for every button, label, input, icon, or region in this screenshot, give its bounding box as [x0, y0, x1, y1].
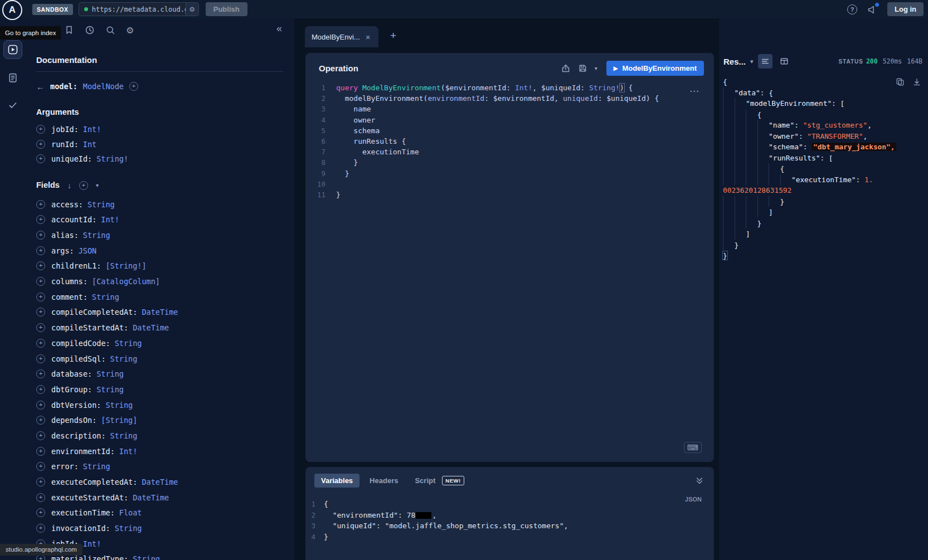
add-to-operation-icon[interactable]: +: [36, 261, 45, 270]
graph-url-value[interactable]: https://metadata.cloud.get: [92, 6, 186, 13]
add-to-operation-icon[interactable]: +: [36, 431, 45, 440]
field-type[interactable]: String: [88, 200, 115, 209]
field-row[interactable]: +dbtVersion:String: [36, 397, 283, 413]
sort-icon[interactable]: ↓: [67, 181, 71, 190]
chevron-down-icon[interactable]: ▾: [96, 182, 99, 188]
field-type[interactable]: DateTime: [142, 478, 178, 486]
field-type[interactable]: String: [96, 385, 124, 394]
add-to-operation-icon[interactable]: +: [36, 416, 45, 425]
field-type[interactable]: JSON: [79, 246, 97, 255]
editor-menu-icon[interactable]: ⋯: [689, 85, 699, 97]
add-to-operation-icon[interactable]: +: [36, 385, 45, 394]
field-type[interactable]: DateTime: [142, 308, 178, 316]
new-tab-button[interactable]: +: [390, 30, 396, 42]
field-type[interactable]: [CatalogColumn]: [92, 277, 160, 286]
table-view-button[interactable]: [777, 54, 791, 69]
argument-row[interactable]: +runId:Int: [36, 137, 283, 152]
add-to-operation-icon[interactable]: +: [36, 354, 45, 363]
field-row[interactable]: +alias:String: [36, 227, 283, 243]
explorer-nav-icon[interactable]: [3, 40, 22, 59]
bookmark-icon[interactable]: [64, 25, 74, 35]
add-to-operation-icon[interactable]: +: [36, 246, 45, 255]
run-button[interactable]: ▶ ModelByEnvironment: [606, 61, 704, 76]
field-row[interactable]: +comment:String: [36, 289, 283, 305]
collapse-variables-icon[interactable]: [695, 476, 704, 485]
add-to-operation-icon[interactable]: +: [36, 231, 45, 240]
variables-editor[interactable]: 1{2 "environmentId": 78,3 "uniqueId": "m…: [305, 499, 714, 542]
operation-editor[interactable]: 1query ModelByEnvironment($environmentId…: [305, 82, 714, 200]
add-to-operation-icon[interactable]: +: [36, 493, 45, 502]
add-to-operation-icon[interactable]: +: [36, 277, 45, 286]
field-row[interactable]: +error:String: [36, 459, 283, 474]
model-type-link[interactable]: ModelNode: [83, 82, 124, 91]
add-to-operation-icon[interactable]: +: [36, 308, 45, 316]
code-line[interactable]: 9 }: [305, 168, 714, 179]
field-row[interactable]: +compileStartedAt:DateTime: [36, 320, 283, 335]
code-line[interactable]: 2 modelByEnvironment(environmentId: $env…: [305, 93, 714, 104]
download-response-icon[interactable]: [912, 77, 921, 86]
field-type[interactable]: String: [83, 231, 110, 240]
share-icon[interactable]: [561, 64, 571, 74]
field-row[interactable]: +childrenL1:[String!]: [36, 259, 283, 274]
field-row[interactable]: +args:JSON: [36, 243, 283, 259]
tab-variables[interactable]: Variables: [314, 474, 359, 488]
code-line[interactable]: 3 "uniqueId": "model.jaffle_shop_metrics…: [305, 520, 714, 532]
field-row[interactable]: +executeStartedAt:DateTime: [36, 490, 283, 505]
add-all-fields-icon[interactable]: +: [79, 181, 88, 190]
add-to-operation-icon[interactable]: +: [36, 339, 45, 348]
save-operation-icon[interactable]: [578, 64, 587, 73]
field-type[interactable]: [String!]: [105, 261, 146, 270]
add-to-operation-icon[interactable]: +: [36, 447, 45, 456]
save-dropdown-chevron[interactable]: ▾: [595, 65, 597, 71]
add-to-operation-icon[interactable]: +: [36, 401, 45, 410]
add-to-operation-icon[interactable]: +: [36, 369, 45, 378]
history-icon[interactable]: [85, 25, 95, 35]
keyboard-shortcuts-icon[interactable]: ⌨: [684, 442, 702, 453]
tab-headers[interactable]: Headers: [363, 474, 405, 488]
field-row[interactable]: +dbtGroup:String: [36, 382, 283, 397]
field-row[interactable]: +executeCompletedAt:DateTime: [36, 474, 283, 490]
response-dropdown-chevron[interactable]: ▾: [750, 58, 754, 65]
field-type[interactable]: String: [110, 354, 138, 363]
operation-tab[interactable]: ModelByEnvi... ×: [305, 26, 378, 47]
add-to-operation-icon[interactable]: +: [36, 524, 45, 533]
formatted-view-button[interactable]: [758, 54, 772, 69]
field-type[interactable]: String: [115, 524, 142, 533]
add-to-operation-icon[interactable]: +: [36, 462, 45, 471]
field-row[interactable]: +compiledSql:String: [36, 351, 283, 367]
login-button[interactable]: Log in: [887, 2, 924, 16]
code-line[interactable]: 4}: [305, 532, 714, 543]
code-line[interactable]: 3 name: [305, 104, 714, 114]
url-settings-icon[interactable]: ⚙: [186, 3, 198, 16]
field-row[interactable]: +compiledCode:String: [36, 335, 283, 351]
checklist-nav-icon[interactable]: [3, 96, 22, 115]
tab-script[interactable]: Script: [408, 474, 438, 488]
add-type-icon[interactable]: +: [129, 82, 138, 91]
code-line[interactable]: 10: [305, 179, 714, 189]
field-type[interactable]: String: [83, 462, 110, 471]
field-row[interactable]: +description:String: [36, 428, 283, 444]
field-type[interactable]: String: [96, 369, 124, 378]
code-line[interactable]: 2 "environmentId": 78,: [305, 510, 714, 521]
code-line[interactable]: 11}: [305, 189, 714, 200]
add-to-operation-icon[interactable]: +: [36, 508, 45, 517]
add-to-operation-icon[interactable]: +: [36, 125, 45, 134]
field-type[interactable]: DateTime: [133, 493, 169, 502]
publish-button[interactable]: Publish: [206, 2, 247, 16]
tab-close-icon[interactable]: ×: [366, 32, 371, 42]
add-to-operation-icon[interactable]: +: [36, 478, 45, 486]
copy-response-icon[interactable]: [896, 77, 905, 86]
field-row[interactable]: +executionTime:Float: [36, 505, 283, 521]
code-line[interactable]: 7 executionTime: [305, 147, 714, 157]
field-type[interactable]: Float: [119, 508, 142, 517]
field-row[interactable]: +compileCompletedAt:DateTime: [36, 305, 283, 320]
add-to-operation-icon[interactable]: +: [36, 215, 45, 224]
announcements-icon[interactable]: [867, 4, 877, 14]
field-type[interactable]: DateTime: [133, 323, 169, 332]
field-row[interactable]: +dependsOn:[String]: [36, 412, 283, 428]
argument-type[interactable]: String!: [96, 154, 128, 163]
code-line[interactable]: 1query ModelByEnvironment($environmentId…: [305, 82, 714, 93]
apollo-logo[interactable]: A: [2, 0, 22, 20]
field-type[interactable]: [String]: [101, 416, 137, 425]
field-type[interactable]: String: [110, 431, 138, 440]
